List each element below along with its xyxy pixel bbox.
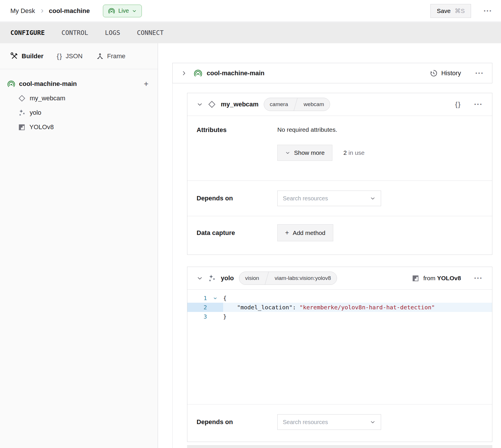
depends-placeholder: Search resources: [283, 419, 328, 426]
braces-icon: {}: [57, 52, 63, 60]
tab-logs[interactable]: LOGS: [105, 29, 120, 36]
chevron-down-icon: [370, 419, 376, 425]
machine-menu-kebab[interactable]: •••: [484, 8, 492, 14]
show-more-label: Show more: [294, 149, 325, 156]
view-tab-frame[interactable]: Frame: [96, 52, 126, 60]
live-status-dropdown[interactable]: Live: [103, 5, 142, 17]
webcam-depends-section: Depends on Search resources: [187, 180, 492, 216]
code-line-1[interactable]: 1 {: [187, 293, 492, 303]
in-use-count: 2: [343, 149, 347, 156]
main-tab-bar: CONFIGURE CONTROL LOGS CONNECT: [0, 22, 501, 43]
tree-item-module-label: YOLOv8: [29, 123, 54, 131]
tree-item-machine-part[interactable]: cool-machine-main +: [7, 77, 158, 91]
part-menu-kebab[interactable]: •••: [475, 70, 484, 76]
frame-axes-icon: [96, 52, 104, 60]
service-sparkle-icon: [208, 274, 216, 283]
yolo-menu-kebab[interactable]: •••: [474, 275, 483, 281]
save-shortcut: ⌘S: [455, 7, 465, 14]
from-prefix: from: [423, 275, 437, 281]
chevron-down-icon: [285, 150, 290, 155]
chevron-down-icon: [132, 8, 137, 14]
tab-connect[interactable]: CONNECT: [137, 29, 164, 36]
part-title: cool-machine-main: [207, 69, 264, 77]
yolo-card-title: yolo: [221, 274, 234, 282]
tools-icon: [10, 52, 18, 60]
attributes-in-use: 2 in use: [343, 149, 365, 156]
module-icon: [18, 123, 26, 131]
badge-divider: [294, 98, 298, 111]
chevron-down-icon: [370, 195, 376, 201]
tab-configure[interactable]: CONFIGURE: [10, 29, 45, 36]
attributes-json-editor[interactable]: 1 { 2 "model_location": "keremberke/yolo…: [187, 289, 492, 404]
view-tab-json[interactable]: {} JSON: [57, 52, 83, 60]
fold-chevron-icon[interactable]: [207, 293, 223, 303]
json-mode-icon[interactable]: {}: [455, 100, 461, 108]
save-label: Save: [437, 7, 451, 14]
from-module-link[interactable]: from YOLOv8: [412, 274, 461, 282]
depends-on-label: Depends on: [197, 418, 277, 426]
machine-part-icon: [193, 69, 203, 78]
yolo-depends-select[interactable]: Search resources: [277, 414, 381, 430]
attributes-label: Attributes: [197, 126, 277, 161]
badge-webcam: webcam: [298, 101, 330, 108]
webcam-card-title: my_webcam: [221, 101, 259, 108]
component-diamond-icon: [18, 94, 26, 102]
show-more-button[interactable]: Show more: [277, 145, 332, 161]
machine-part-icon: [7, 80, 16, 88]
save-button[interactable]: Save ⌘S: [430, 4, 471, 18]
add-method-button[interactable]: + Add method: [277, 224, 333, 241]
yolo-type-badge: vision viam-labs:vision:yolov8: [239, 272, 337, 285]
tab-control[interactable]: CONTROL: [61, 29, 88, 36]
resource-tree: cool-machine-main + my_webcam yolo: [0, 69, 158, 134]
badge-divider: [265, 272, 269, 285]
webcam-card-header: my_webcam camera webcam {} •••: [187, 93, 492, 116]
add-resource-button[interactable]: +: [144, 79, 148, 89]
webcam-depends-select[interactable]: Search resources: [277, 191, 381, 206]
view-tab-builder[interactable]: Builder: [10, 52, 44, 60]
machine-part-card: cool-machine-main History •••: [172, 63, 492, 83]
tree-item-webcam[interactable]: my_webcam: [7, 91, 158, 106]
attributes-empty-text: No required attributes.: [277, 126, 483, 133]
breadcrumb-org[interactable]: My Desk: [10, 7, 35, 15]
next-card-edge: [187, 445, 492, 448]
json-key: "model_location": [237, 304, 293, 311]
in-use-suffix: in use: [347, 149, 365, 156]
data-capture-section: Data capture + Add method: [187, 216, 492, 253]
service-sparkle-icon: [18, 109, 26, 117]
tree-connector-line: [172, 83, 173, 448]
add-method-label: Add method: [293, 229, 325, 236]
badge-camera: camera: [264, 101, 294, 108]
line-number: 1: [187, 293, 207, 303]
collapse-chevron-icon[interactable]: [197, 275, 203, 281]
plus-icon: +: [285, 229, 289, 237]
yolo-depends-section: Depends on Search resources: [187, 404, 492, 440]
config-sidebar: Builder {} JSON Frame: [0, 43, 158, 448]
tree-item-yolo-label: yolo: [30, 109, 41, 116]
view-tab-frame-label: Frame: [107, 52, 126, 60]
tree-item-yolo[interactable]: yolo: [7, 106, 158, 120]
yolo-card-header: yolo vision viam-labs:vision:yolov8 from…: [187, 267, 492, 289]
from-module-name: YOLOv8: [437, 275, 461, 281]
tree-item-machine-part-label: cool-machine-main: [19, 80, 77, 88]
code-line-2[interactable]: 2 "model_location": "keremberke/yolov8n-…: [187, 303, 492, 312]
live-status-label: Live: [118, 7, 129, 14]
code-line-3[interactable]: 3 }: [187, 312, 492, 321]
top-bar: My Desk cool-machine Live Save ⌘S •••: [0, 0, 501, 22]
view-tab-builder-label: Builder: [22, 52, 44, 60]
tree-item-module[interactable]: YOLOv8: [7, 120, 158, 134]
code-text: }: [223, 312, 492, 321]
component-diamond-icon: [208, 100, 216, 109]
expand-chevron-icon[interactable]: [181, 70, 187, 76]
history-icon: [429, 69, 438, 78]
breadcrumb: My Desk cool-machine: [10, 7, 90, 15]
tree-item-webcam-label: my_webcam: [30, 95, 65, 102]
line-number: 3: [187, 312, 207, 321]
history-button[interactable]: History: [429, 69, 461, 78]
badge-model-triplet: viam-labs:vision:yolov8: [269, 275, 337, 281]
sidebar-view-tabs: Builder {} JSON Frame: [0, 43, 158, 69]
webcam-menu-kebab[interactable]: •••: [474, 101, 483, 107]
history-label: History: [441, 69, 461, 77]
breadcrumb-machine-name: cool-machine: [49, 7, 90, 15]
depends-on-label: Depends on: [197, 195, 277, 202]
collapse-chevron-icon[interactable]: [197, 101, 203, 108]
